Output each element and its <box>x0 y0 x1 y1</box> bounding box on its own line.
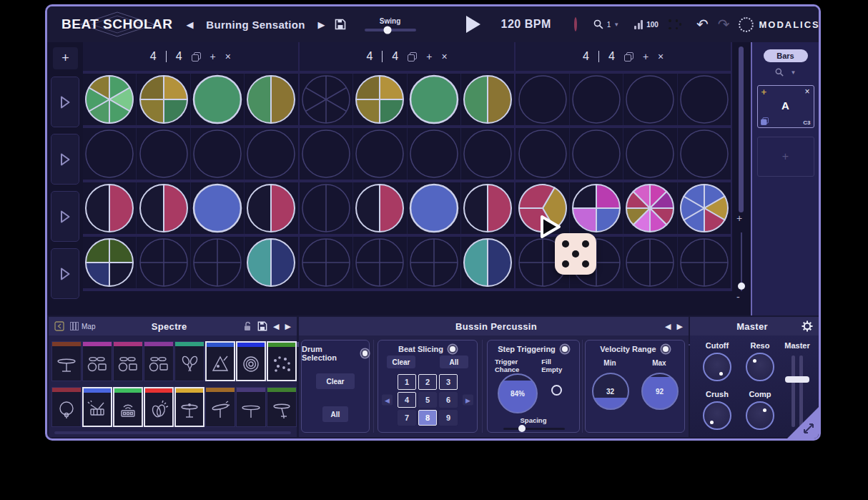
drum-selection-led[interactable] <box>361 349 369 358</box>
next-pattern-button[interactable]: ▶ <box>318 19 325 30</box>
drum-tile-bottom-6-crash[interactable] <box>205 387 235 427</box>
pad-r2-c6[interactable] <box>353 128 407 180</box>
slice-number-5[interactable]: 5 <box>418 392 437 408</box>
pad-r2-c10[interactable] <box>570 128 623 180</box>
duplicate-section-icon[interactable] <box>192 52 201 62</box>
beat-slicing-led[interactable] <box>448 345 457 353</box>
pad-r4-c4[interactable] <box>245 237 297 288</box>
master-fader-handle[interactable] <box>785 376 809 383</box>
volume-control[interactable]: 100 <box>634 20 659 29</box>
pad-r1-c9[interactable] <box>516 74 569 125</box>
time-sig-numerator[interactable]: 4 <box>150 50 157 63</box>
drum-tile-bottom-1-round-gong[interactable] <box>51 387 82 427</box>
slice-clear-button[interactable]: Clear <box>387 356 415 368</box>
vertical-scrollbar[interactable] <box>739 46 744 212</box>
pad-r2-c7[interactable] <box>408 128 461 180</box>
time-sig-denominator[interactable]: 4 <box>608 50 615 63</box>
master-knob-crush[interactable] <box>703 401 731 430</box>
pad-r2-c12[interactable] <box>678 128 731 180</box>
remove-section-button[interactable]: × <box>441 51 447 62</box>
bars-dropdown-icon[interactable]: ▼ <box>791 69 797 76</box>
row-play-button-4[interactable] <box>51 248 79 299</box>
pad-r1-c11[interactable] <box>623 74 677 125</box>
drum-tile-bottom-2-snare[interactable] <box>82 387 112 427</box>
drum-tile-top-7-gong[interactable] <box>236 341 266 381</box>
bar-duplicate-icon[interactable] <box>761 117 769 125</box>
undo-button[interactable]: ↶ <box>696 17 709 31</box>
slice-all-button[interactable]: All <box>440 356 468 368</box>
fill-empty-toggle[interactable] <box>551 385 562 396</box>
pad-r1-c6[interactable] <box>353 74 407 125</box>
master-knob-comp[interactable] <box>746 401 774 430</box>
time-sig-numerator[interactable]: 4 <box>583 50 589 63</box>
pad-r2-c3[interactable] <box>191 128 245 180</box>
pad-r4-c7[interactable] <box>408 237 461 288</box>
remove-section-button[interactable]: × <box>225 51 231 62</box>
drum-tile-bottom-7-ride[interactable] <box>236 387 266 427</box>
prev-kit-button[interactable]: ◀ <box>273 322 279 331</box>
spacing-slider[interactable] <box>503 428 565 430</box>
prev-percussion-button[interactable]: ◀ <box>665 322 671 331</box>
drum-tile-top-8-sparkles[interactable] <box>267 341 297 381</box>
map-toggle[interactable]: Map <box>70 322 95 330</box>
pad-r3-c10[interactable] <box>570 182 623 234</box>
bpm-display[interactable]: 120 BPM <box>501 18 551 31</box>
slice-prev-button[interactable]: ◀ <box>382 395 393 406</box>
add-bar-button[interactable]: + <box>757 137 814 177</box>
velocity-max-knob[interactable]: 92 <box>641 373 679 410</box>
next-kit-button[interactable]: ▶ <box>285 322 291 331</box>
next-percussion-button[interactable]: ▶ <box>677 322 683 331</box>
record-button[interactable] <box>574 17 577 31</box>
velocity-min-knob[interactable]: 32 <box>592 373 629 410</box>
pad-r1-c1[interactable] <box>83 74 137 125</box>
pad-r3-c8[interactable] <box>461 182 514 234</box>
row-play-button-2[interactable] <box>51 134 79 185</box>
pattern-title[interactable]: Burning Sensation <box>203 19 309 31</box>
v-zoom-slider[interactable] <box>741 232 742 291</box>
time-sig-denominator[interactable]: 4 <box>392 50 398 63</box>
pad-r3-c3[interactable] <box>191 182 245 234</box>
time-sig-denominator[interactable]: 4 <box>176 50 182 63</box>
save-pattern-button[interactable] <box>335 19 346 30</box>
drum-all-button[interactable]: All <box>322 406 348 422</box>
prev-pattern-button[interactable]: ◀ <box>187 19 194 30</box>
quantize-control[interactable]: 1 ▼ <box>593 19 619 30</box>
duplicate-section-icon[interactable] <box>624 52 633 62</box>
drum-tile-top-3-drumkit[interactable] <box>113 341 143 381</box>
pad-r4-c6[interactable] <box>353 237 407 288</box>
spacing-handle[interactable] <box>518 425 526 432</box>
slice-number-4[interactable]: 4 <box>398 392 416 408</box>
pad-r3-c6[interactable] <box>353 182 407 234</box>
bar-remove-icon[interactable]: × <box>804 87 809 97</box>
pad-r2-c5[interactable] <box>300 128 353 180</box>
drum-tile-bottom-8-stand-cymbal[interactable] <box>267 387 297 427</box>
trigger-chance-knob[interactable]: 84% <box>498 373 538 413</box>
drum-tile-top-4-drumkit[interactable] <box>144 341 174 381</box>
pad-r4-c2[interactable] <box>137 237 190 288</box>
add-section-button[interactable]: + <box>643 51 648 62</box>
pad-r1-c2[interactable] <box>137 74 190 125</box>
master-knob-cutoff[interactable] <box>703 353 731 381</box>
pad-r3-c2[interactable] <box>137 182 190 234</box>
collapse-panel-icon[interactable] <box>54 321 64 331</box>
slice-number-3[interactable]: 3 <box>439 374 458 390</box>
pad-r2-c9[interactable] <box>516 128 569 180</box>
velocity-range-led[interactable] <box>661 345 670 353</box>
pad-r4-c8[interactable] <box>461 237 514 288</box>
pad-r2-c1[interactable] <box>83 128 137 180</box>
gear-icon[interactable] <box>802 320 813 332</box>
pad-r4-c3[interactable] <box>191 237 245 288</box>
row-play-button-3[interactable] <box>51 191 79 242</box>
zoom-in-v-button[interactable]: + <box>736 212 742 224</box>
add-section-button[interactable]: + <box>210 51 216 62</box>
add-row-button[interactable]: + <box>53 47 78 69</box>
bars-panel-title[interactable]: Bars <box>764 49 808 62</box>
pad-r4-c1[interactable] <box>83 237 137 288</box>
pad-r4-c5[interactable] <box>300 237 353 288</box>
pad-r2-c4[interactable] <box>245 128 297 180</box>
pad-r2-c8[interactable] <box>461 128 514 180</box>
master-knob-reso[interactable] <box>746 353 774 381</box>
slice-number-7[interactable]: 7 <box>398 410 416 426</box>
search-icon[interactable] <box>775 68 784 77</box>
v-zoom-handle[interactable] <box>738 283 745 290</box>
